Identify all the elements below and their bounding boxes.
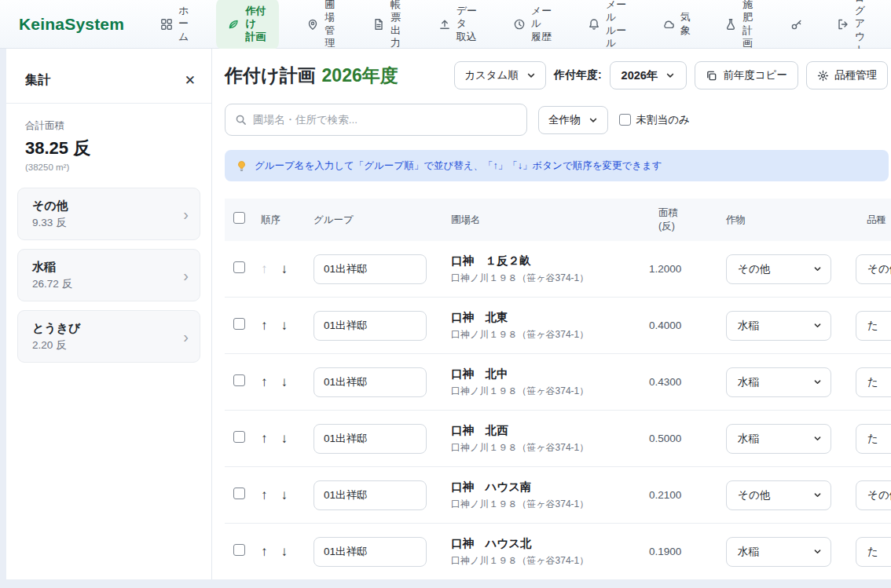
move-up-button[interactable]: ↑: [261, 432, 268, 445]
crop-select[interactable]: 水稲: [726, 424, 831, 454]
table-header: 順序 グループ 圃場名 面積 (反) 作物 品種: [225, 199, 891, 241]
group-input[interactable]: [314, 480, 427, 510]
sidebar-title: 集計: [25, 72, 50, 89]
move-up-button[interactable]: ↑: [261, 488, 268, 502]
crop-name: とうきび: [32, 321, 80, 336]
variety-select[interactable]: た: [856, 367, 891, 397]
group-input[interactable]: [314, 367, 427, 397]
field-area: 0.1900: [647, 546, 718, 557]
move-up-button[interactable]: ↑: [261, 545, 268, 558]
content-area: 集計 ✕ 合計面積 38.25 反 (38250 m²) その他9.33 反›水…: [0, 49, 891, 579]
variety-select[interactable]: た: [856, 311, 891, 341]
group-input[interactable]: [314, 311, 427, 341]
variety-select-value: その他: [867, 262, 891, 276]
crop-summary-card[interactable]: その他9.33 反›: [17, 188, 200, 240]
map-pin-icon: [306, 18, 319, 31]
crop-select[interactable]: 水稲: [726, 537, 831, 567]
nav-item-fertilization-plan[interactable]: 施肥 計画: [718, 0, 763, 54]
key-icon: [790, 18, 803, 31]
table-body: ↑↓口神 １反２畝口神ノ川１９８（笹ヶ谷374-1）1.2000その他その他↑↓…: [225, 241, 891, 579]
move-down-button[interactable]: ↓: [281, 488, 288, 502]
chevron-right-icon: ›: [183, 328, 189, 346]
variety-select[interactable]: た: [856, 537, 891, 567]
table-row: ↑↓口神 北東口神ノ川１９８（笹ヶ谷374-1）0.4000水稲た: [225, 298, 891, 354]
crop-select[interactable]: その他: [726, 480, 831, 510]
nav-item-field-management[interactable]: 圃場 管理: [300, 0, 345, 54]
page-title: 作付け計画2026年度: [225, 64, 398, 88]
nav-item-report-output[interactable]: 帳票 出力: [366, 0, 411, 54]
variety-select-value: た: [867, 319, 878, 333]
search-input[interactable]: [253, 114, 517, 126]
field-area: 0.2100: [647, 489, 718, 501]
nav-item-key[interactable]: [784, 13, 809, 35]
row-checkbox[interactable]: [233, 261, 245, 273]
row-checkbox[interactable]: [233, 488, 245, 499]
chevron-down-icon: [813, 434, 822, 443]
group-input[interactable]: [314, 254, 427, 284]
crop-select-value: 水稲: [738, 432, 759, 446]
field-name: 口神 ハウス南: [451, 480, 647, 495]
field-name: 口神 北中: [451, 367, 647, 382]
variety-management-button[interactable]: 品種管理: [806, 61, 888, 89]
variety-select[interactable]: た: [856, 424, 891, 454]
group-input[interactable]: [314, 537, 427, 567]
sort-order-select[interactable]: カスタム順: [454, 61, 546, 89]
field-name: 口神 ハウス北: [451, 536, 647, 551]
group-input[interactable]: [314, 424, 427, 454]
move-up-button[interactable]: ↑: [261, 262, 268, 276]
hint-banner: グループ名を入力して「グループ順」で並び替え、「↑」「↓」ボタンで順序を変更でき…: [225, 150, 889, 181]
history-icon: [513, 18, 526, 31]
row-checkbox[interactable]: [233, 544, 245, 556]
move-down-button[interactable]: ↓: [281, 262, 288, 276]
lightbulb-icon: [236, 160, 248, 172]
nav-item-label: ホ ー ム: [178, 5, 189, 43]
row-checkbox[interactable]: [233, 318, 245, 330]
unassigned-only-checkbox[interactable]: 未割当のみ: [619, 113, 690, 127]
variety-select[interactable]: その他: [856, 480, 891, 510]
crop-select-value: 水稲: [738, 319, 759, 333]
move-down-button[interactable]: ↓: [281, 375, 288, 389]
field-area: 0.4300: [647, 376, 718, 388]
planting-plan-table: 順序 グループ 圃場名 面積 (反) 作物 品種 ↑↓口神 １反２畝口神ノ川１９…: [225, 199, 891, 579]
variety-select[interactable]: その他: [856, 254, 891, 284]
nav-item-weather[interactable]: 気 象: [656, 6, 697, 42]
file-icon: [372, 18, 385, 31]
move-down-button[interactable]: ↓: [281, 432, 288, 445]
header-field: 圃場名: [451, 214, 647, 227]
move-down-button[interactable]: ↓: [281, 319, 288, 332]
field-address: 口神ノ川１９８（笹ヶ谷374-1）: [451, 554, 647, 568]
header-crop: 作物: [726, 214, 842, 227]
field-area: 0.5000: [647, 433, 718, 444]
cloud-icon: [662, 18, 675, 31]
nav-item-mail-history[interactable]: メール 履歴: [507, 0, 560, 48]
move-down-button[interactable]: ↓: [281, 545, 288, 558]
move-up-button[interactable]: ↑: [261, 375, 268, 389]
crop-summary-card[interactable]: とうきび2.20 反›: [17, 310, 200, 363]
crop-select[interactable]: 水稲: [726, 311, 831, 341]
select-all-checkbox[interactable]: [233, 212, 245, 224]
crop-select[interactable]: 水稲: [726, 367, 831, 397]
field-name: 口神 北東: [451, 310, 647, 325]
row-checkbox[interactable]: [233, 374, 245, 386]
crop-summary-card[interactable]: 水稲26.72 反›: [17, 249, 200, 301]
header-group: グループ: [314, 214, 451, 227]
nav-item-home[interactable]: ホ ー ム: [154, 0, 195, 48]
plant-year-select[interactable]: 2026年: [610, 61, 688, 89]
move-up-button[interactable]: ↑: [261, 319, 268, 332]
row-checkbox[interactable]: [233, 431, 245, 443]
crop-filter-select[interactable]: 全作物: [538, 106, 608, 134]
crop-area: 2.20 反: [32, 338, 80, 352]
field-address: 口神ノ川１９８（笹ヶ谷374-1）: [451, 328, 647, 341]
nav-item-data-import[interactable]: データ 取込: [432, 0, 486, 48]
nav-item-label: メール ルール: [606, 0, 629, 49]
search-icon: [235, 114, 247, 126]
nav-item-planting-plan[interactable]: 作付け 計画: [216, 0, 279, 50]
copy-previous-year-button[interactable]: 前年度コピー: [695, 61, 798, 89]
upload-icon: [438, 18, 451, 31]
close-icon[interactable]: ✕: [185, 74, 196, 87]
gear-icon: [817, 70, 829, 82]
crop-select[interactable]: その他: [726, 254, 831, 284]
chevron-down-icon: [666, 71, 675, 80]
nav-item-mail-rules[interactable]: メール ルール: [581, 0, 635, 54]
crop-select-value: 水稲: [738, 545, 759, 559]
